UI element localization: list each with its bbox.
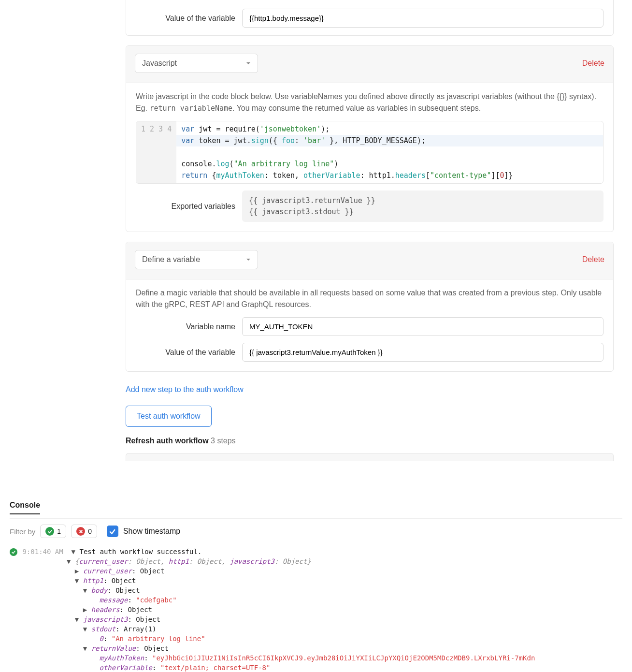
delete-step-link[interactable]: Delete: [582, 59, 604, 68]
test-auth-workflow-button[interactable]: Test auth workflow: [126, 406, 212, 427]
console-log-output[interactable]: 9:01:40 AM ▼ Test auth workflow successf…: [0, 545, 632, 672]
variable-value-label: Value of the variable: [136, 348, 242, 357]
define-variable-card-partial: Value of the variable: [126, 0, 614, 36]
filter-success-pill[interactable]: 1: [40, 525, 66, 538]
console-tab[interactable]: Console: [10, 497, 40, 514]
variable-name-input[interactable]: [242, 317, 603, 336]
step-type-select[interactable]: Javascript: [135, 54, 258, 73]
code-editor[interactable]: 1 2 3 4 var jwt = require('jsonwebtoken'…: [136, 121, 603, 184]
line-gutter: 1 2 3 4: [136, 121, 176, 183]
x-circle-icon: [76, 527, 85, 536]
delete-step-link[interactable]: Delete: [582, 255, 604, 264]
variable-value-input[interactable]: [242, 343, 603, 362]
add-step-link[interactable]: Add new step to the auth workflow: [126, 385, 244, 394]
console-panel: Console Filter by 1 0 Show timestamp 9:0…: [0, 490, 632, 672]
check-circle-icon: [10, 548, 17, 556]
value-input[interactable]: [242, 9, 603, 28]
step-type-label: Define a variable: [142, 255, 200, 264]
next-card-partial: [126, 453, 614, 461]
chevron-down-icon: [246, 257, 251, 262]
exported-vars-box: {{ javascript3.returnValue }} {{ javascr…: [242, 190, 603, 222]
filter-error-pill[interactable]: 0: [71, 525, 97, 538]
refresh-auth-heading: Refresh auth workflow 3 steps: [126, 437, 614, 445]
define-variable-description: Define a magic variable that should be a…: [136, 287, 603, 310]
step-type-label: Javascript: [142, 59, 177, 68]
step-type-select[interactable]: Define a variable: [135, 250, 258, 269]
code-lines: var jwt = require('jsonwebtoken'); var t…: [176, 121, 603, 183]
value-label: Value of the variable: [136, 14, 242, 23]
variable-name-label: Variable name: [136, 322, 242, 331]
define-variable-step-card: Define a variable Delete Define a magic …: [126, 242, 614, 372]
filter-by-label: Filter by: [10, 527, 35, 536]
show-timestamp-label[interactable]: Show timestamp: [123, 527, 180, 536]
show-timestamp-checkbox[interactable]: [107, 526, 118, 537]
exported-vars-label: Exported variables: [136, 202, 242, 211]
check-circle-icon: [45, 527, 54, 536]
chevron-down-icon: [246, 61, 251, 66]
javascript-step-card: Javascript Delete Write javascript in th…: [126, 45, 614, 232]
javascript-description: Write javascript in the code block below…: [136, 91, 603, 114]
